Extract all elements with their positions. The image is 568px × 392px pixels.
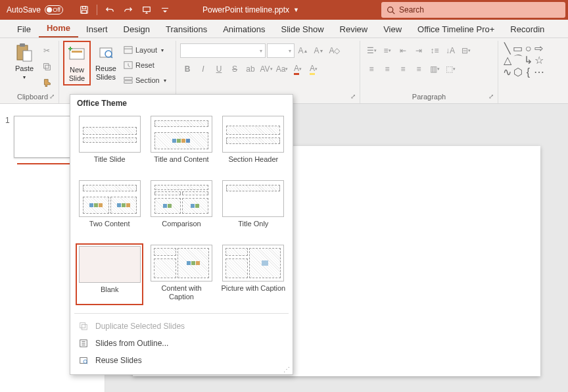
layout-blank[interactable]: Blank (76, 243, 143, 305)
paragraph-launcher-icon[interactable]: ⤢ (488, 93, 496, 101)
menu-reuse-slides[interactable]: Reuse Slides (70, 352, 293, 369)
paste-button[interactable]: Paste ▾ (11, 41, 38, 82)
clipboard-launcher-icon[interactable]: ⤢ (49, 93, 57, 101)
layout-picture-caption[interactable]: Picture with Caption (220, 243, 287, 305)
search-input[interactable]: Search (381, 2, 565, 18)
numbering-icon[interactable]: ≡▾ (380, 43, 394, 58)
ribbon-tabs: File Home Insert Design Transitions Anim… (0, 20, 568, 38)
increase-font-icon[interactable]: A▲ (296, 43, 310, 58)
underline-icon[interactable]: U (212, 62, 226, 76)
convert-smartart-icon[interactable]: ⬚▾ (443, 62, 458, 76)
tab-design[interactable]: Design (116, 21, 158, 37)
shadow-icon[interactable]: ab (243, 62, 258, 76)
svg-rect-17 (124, 78, 132, 80)
font-color-icon[interactable]: A▾ (291, 62, 305, 76)
align-left-icon[interactable]: ≡ (364, 62, 379, 76)
layout-content-caption[interactable]: Content with Caption (147, 243, 215, 305)
outline-icon (78, 338, 89, 349)
shape-curve-icon[interactable]: ∿ (502, 67, 512, 77)
layout-section-header[interactable]: Section Header (220, 114, 287, 174)
new-slide-button[interactable]: New Slide (63, 41, 91, 86)
group-label-clipboard: Clipboard (11, 91, 55, 103)
shape-oval-icon[interactable]: ○ (523, 43, 533, 53)
group-label-paragraph: Paragraph (364, 91, 494, 103)
tab-recording[interactable]: Recordin (502, 21, 552, 37)
layout-title-only[interactable]: Title Only (220, 179, 287, 238)
reset-button[interactable]: Reset (121, 58, 169, 72)
svg-rect-14 (124, 47, 132, 54)
bold-icon[interactable]: B (180, 62, 195, 76)
highlight-icon[interactable]: A▾ (306, 62, 321, 76)
layout-title-content[interactable]: Title and Content (147, 114, 215, 174)
new-slide-icon (66, 43, 87, 64)
decrease-indent-icon[interactable]: ⇤ (396, 43, 410, 58)
layout-title-slide[interactable]: Title Slide (76, 114, 143, 174)
group-paragraph: ☰▾ ≡▾ ⇤ ⇥ ↕≡ ↓A ⊟▾ ≡ ≡ ≡ ≡ ▥▾ ⬚▾ Paragra… (360, 41, 498, 103)
text-direction-icon[interactable]: ↓A (443, 43, 458, 58)
tab-office-timeline[interactable]: Office Timeline Pro+ (410, 21, 502, 37)
tab-view[interactable]: View (375, 21, 410, 37)
tab-animations[interactable]: Animations (215, 21, 273, 37)
duplicate-icon (78, 321, 89, 331)
justify-icon[interactable]: ≡ (412, 62, 426, 76)
section-button[interactable]: Section▾ (121, 73, 169, 87)
columns-icon[interactable]: ▥▾ (427, 62, 442, 76)
svg-rect-1 (82, 7, 85, 9)
copy-icon[interactable] (39, 59, 54, 74)
layout-two-content[interactable]: Two Content (76, 179, 143, 238)
tab-insert[interactable]: Insert (78, 21, 116, 37)
layout-button[interactable]: Layout▾ (121, 43, 169, 57)
reuse-icon (78, 355, 89, 366)
svg-point-4 (388, 7, 393, 12)
tab-transitions[interactable]: Transitions (158, 21, 215, 37)
shape-triangle-icon[interactable]: △ (502, 55, 512, 65)
clear-formatting-icon[interactable]: A◇ (327, 43, 342, 58)
char-spacing-icon[interactable]: AV▾ (259, 62, 273, 76)
font-size-combo[interactable]: ▾ (267, 43, 295, 58)
chevron-down-icon[interactable]: ▼ (293, 7, 299, 13)
resize-grip-icon[interactable]: ⋰ (283, 366, 290, 373)
shape-arrow-icon[interactable]: ⇨ (534, 43, 544, 53)
align-right-icon[interactable]: ≡ (396, 62, 410, 76)
tab-home[interactable]: Home (39, 20, 78, 37)
autosave-toggle[interactable]: AutoSave Off (0, 5, 70, 14)
strikethrough-icon[interactable]: S (227, 62, 242, 76)
font-family-combo[interactable]: ▾ (180, 43, 266, 58)
shape-connector-icon[interactable]: ↳ (523, 55, 533, 65)
align-center-icon[interactable]: ≡ (380, 62, 394, 76)
tab-file[interactable]: File (9, 21, 39, 37)
tab-slideshow[interactable]: Slide Show (273, 21, 331, 37)
shape-line-icon[interactable]: ╲ (502, 43, 512, 53)
shape-star-icon[interactable]: ☆ (534, 55, 544, 65)
save-icon[interactable] (76, 2, 92, 18)
svg-rect-19 (80, 323, 85, 328)
svg-rect-18 (124, 81, 132, 84)
svg-rect-6 (20, 43, 25, 47)
cut-icon[interactable]: ✂ (39, 43, 54, 58)
increase-indent-icon[interactable]: ⇥ (412, 43, 426, 58)
reuse-slides-button[interactable]: Reuse Slides (92, 41, 120, 83)
italic-icon[interactable]: I (196, 62, 210, 76)
toggle-switch[interactable]: Off (45, 5, 63, 14)
paste-icon (14, 42, 35, 63)
menu-slides-from-outline[interactable]: Slides from Outline... (70, 335, 293, 352)
align-text-icon[interactable]: ⊟▾ (459, 43, 473, 58)
shape-more-icon[interactable]: ⋯ (534, 67, 544, 77)
shape-brace-icon[interactable]: { (523, 67, 533, 77)
line-spacing-icon[interactable]: ↕≡ (427, 43, 442, 58)
shape-rect-icon[interactable]: ▭ (513, 43, 523, 53)
svg-rect-9 (45, 65, 50, 70)
shape-line2-icon[interactable]: ⌒ (513, 55, 523, 65)
layout-comparison[interactable]: Comparison (147, 179, 215, 238)
undo-icon[interactable] (102, 2, 118, 18)
svg-rect-2 (82, 11, 87, 13)
bullets-icon[interactable]: ☰▾ (364, 43, 379, 58)
change-case-icon[interactable]: Aa▾ (275, 62, 289, 76)
document-title: PowerPoint timeline.pptx ▼ (120, 5, 381, 14)
shape-freeform-icon[interactable]: ⬡ (513, 67, 523, 77)
shapes-gallery[interactable]: ╲ ▭ ○ ⇨ (502, 43, 544, 53)
font-launcher-icon[interactable]: ⤢ (350, 93, 358, 101)
format-painter-icon[interactable] (39, 75, 54, 89)
decrease-font-icon[interactable]: A▼ (312, 43, 326, 58)
tab-review[interactable]: Review (332, 21, 376, 37)
